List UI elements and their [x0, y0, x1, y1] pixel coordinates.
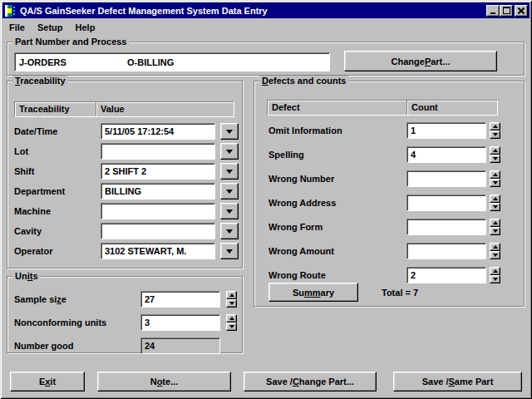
arrow-down-icon: [229, 302, 234, 305]
chevron-down-icon: [226, 249, 233, 254]
traceability-value-field[interactable]: [101, 223, 215, 239]
spinner-down-button[interactable]: [490, 227, 500, 235]
part-group-label: Part Number and Process: [12, 37, 130, 47]
units-row-label: Number good: [14, 341, 140, 351]
combo-dropdown-button[interactable]: [220, 243, 239, 259]
arrow-down-icon: [493, 133, 498, 136]
arrow-down-icon: [229, 325, 234, 328]
save-change-part-button[interactable]: Save / Change Part...: [244, 372, 377, 392]
defect-row: Spelling 4: [268, 146, 524, 163]
change-part-button[interactable]: Change Part...: [344, 51, 497, 71]
traceability-header: Traceability Value: [14, 101, 234, 117]
spinner-down-button[interactable]: [490, 251, 500, 259]
menu-item[interactable]: File: [4, 21, 32, 34]
traceability-row: Date/Time 5/11/05 17:12:54: [14, 123, 242, 140]
exit-button[interactable]: Exit: [10, 372, 85, 392]
traceability-row-label: Operator: [14, 246, 101, 256]
traceability-row: Lot: [14, 143, 242, 160]
count-column-header: Count: [407, 101, 497, 115]
spinner-down-button[interactable]: [490, 275, 500, 283]
chevron-down-icon: [226, 190, 233, 194]
defect-count-field[interactable]: [406, 170, 486, 187]
arrow-down-icon: [493, 157, 498, 160]
spinner-up-button[interactable]: [490, 170, 500, 179]
spinner: [490, 146, 500, 163]
chevron-down-icon: [226, 229, 233, 234]
spinner-down-button[interactable]: [490, 131, 500, 139]
combo-dropdown-button[interactable]: [220, 203, 239, 219]
spinner: [490, 170, 500, 187]
arrow-up-icon: [493, 125, 498, 128]
traceability-row: Machine: [14, 203, 242, 219]
process-value: O-BILLING: [127, 57, 174, 67]
traceability-value-field[interactable]: [101, 203, 215, 219]
defect-count-field[interactable]: [406, 195, 486, 211]
spinner-up-button[interactable]: [490, 243, 500, 251]
spinner-down-button[interactable]: [490, 203, 500, 211]
spinner-up-button[interactable]: [226, 291, 237, 299]
spinner-up-button[interactable]: [490, 267, 500, 275]
spinner: [226, 291, 237, 308]
minimize-icon: [490, 12, 495, 14]
spinner-down-button[interactable]: [226, 299, 237, 308]
arrow-up-icon: [493, 197, 498, 200]
menu-bar: File Setup Help: [4, 20, 102, 35]
traceability-value-field[interactable]: BILLING: [101, 183, 215, 200]
spinner: [490, 219, 500, 235]
units-value-field[interactable]: 3: [140, 314, 220, 331]
maximize-button[interactable]: [500, 5, 513, 17]
traceability-value-field[interactable]: 3102 STEWART, M.: [101, 243, 215, 259]
traceability-value-field[interactable]: 5/11/05 17:12:54: [101, 123, 215, 140]
save-same-part-button[interactable]: Save / Same Part: [393, 372, 522, 392]
note-button[interactable]: Note...: [97, 372, 231, 392]
defect-count-field[interactable]: 4: [406, 146, 486, 163]
units-rows: Sample size 27 Nonconforming units 3: [7, 291, 242, 354]
chevron-down-icon: [226, 209, 233, 214]
close-icon: [518, 7, 525, 14]
units-value-field[interactable]: 27: [140, 291, 220, 308]
spinner-down-button[interactable]: [490, 179, 500, 187]
spinner-up-button[interactable]: [490, 122, 500, 131]
traceability-row: Operator 3102 STEWART, M.: [14, 243, 242, 259]
combo-dropdown-button[interactable]: [220, 143, 239, 160]
minimize-button[interactable]: [486, 5, 500, 17]
defect-row-label: Spelling: [268, 150, 406, 160]
spinner: [490, 195, 500, 211]
summary-button[interactable]: Summary: [268, 283, 358, 302]
spinner-up-button[interactable]: [490, 146, 500, 155]
traceability-group-label: Traceability: [12, 76, 68, 86]
traceability-column-header: Traceability: [15, 102, 96, 116]
units-value-field[interactable]: 24: [140, 337, 220, 354]
spinner-up-button[interactable]: [226, 314, 237, 323]
traceability-value-field[interactable]: [101, 143, 215, 160]
traceability-value-field[interactable]: 2 SHIFT 2: [101, 163, 215, 180]
spinner-up-button[interactable]: [490, 195, 500, 203]
part-number-value: J-ORDERS: [19, 57, 127, 67]
spinner-down-button[interactable]: [490, 155, 500, 163]
close-button[interactable]: [515, 5, 528, 17]
spinner-down-button[interactable]: [226, 323, 237, 331]
defect-count-field[interactable]: [406, 243, 486, 259]
defect-column-header: Defect: [268, 101, 407, 115]
traceability-rows: Date/Time 5/11/05 17:12:54 Lot Shift: [7, 123, 242, 259]
defect-count-field[interactable]: 1: [406, 122, 486, 139]
spinner-up-button[interactable]: [490, 219, 500, 227]
defects-and-counts-group: Defects and counts Defect Count Omit Inf…: [254, 81, 525, 307]
defect-count-field[interactable]: 2: [406, 267, 486, 283]
combo-dropdown-button[interactable]: [220, 163, 239, 180]
combo-dropdown-button[interactable]: [220, 183, 239, 200]
traceability-row-label: Machine: [14, 206, 101, 216]
arrow-up-icon: [493, 221, 498, 224]
combo-dropdown-button[interactable]: [220, 223, 239, 239]
part-number-and-process-group: Part Number and Process J-ORDERS O-BILLI…: [7, 42, 525, 76]
menu-item[interactable]: Help: [71, 21, 103, 34]
defect-row: Wrong Address: [268, 195, 524, 211]
arrow-down-icon: [493, 278, 498, 281]
chevron-down-icon: [226, 130, 233, 134]
defect-row: Omit Information 1: [268, 122, 524, 139]
defect-count-field[interactable]: [406, 219, 486, 235]
defect-row-label: Wrong Address: [268, 198, 406, 208]
combo-dropdown-button[interactable]: [220, 123, 239, 140]
defect-row: Wrong Form: [268, 219, 524, 235]
menu-item[interactable]: Setup: [32, 21, 71, 34]
